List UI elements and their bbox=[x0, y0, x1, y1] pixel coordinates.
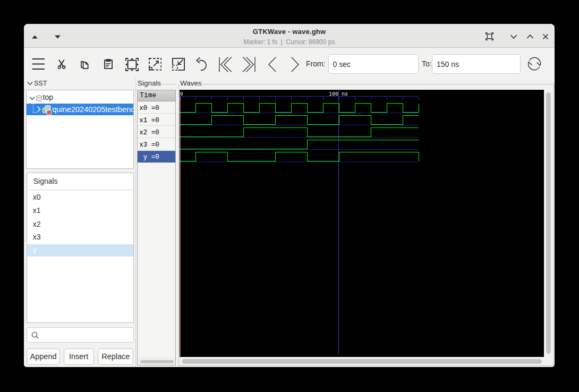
svg-text:0: 0 bbox=[180, 91, 183, 97]
svg-text:100 ns: 100 ns bbox=[329, 91, 348, 97]
